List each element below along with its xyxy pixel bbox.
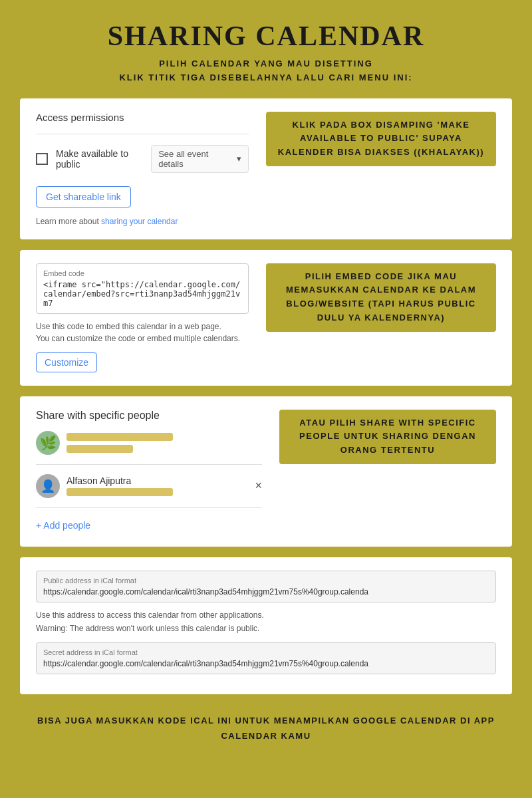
page-title: SHARING CALENDAR bbox=[108, 20, 425, 52]
embed-code-value[interactable]: <iframe src="https://calendar.google.com… bbox=[43, 280, 241, 308]
chevron-down-icon: ▾ bbox=[237, 154, 241, 164]
avatar-1: 🌿 bbox=[36, 431, 60, 455]
public-ical-url[interactable]: https://calendar.google.com/calendar/ica… bbox=[43, 587, 489, 597]
section3-annotation: ATAU PILIH SHARE WITH SPECIFIC PEOPLE UN… bbox=[279, 410, 496, 464]
embed-code-box: Embed code <iframe src="https://calendar… bbox=[36, 263, 249, 314]
person-row-2: 👤 Alfason Ajiputra × bbox=[36, 474, 262, 508]
person-role-redacted-2 bbox=[66, 488, 173, 496]
person-row-1: 🌿 bbox=[36, 431, 262, 465]
ical-warning: Warning: The address won't work unless t… bbox=[36, 624, 496, 633]
ical-section: Public address in iCal format https://ca… bbox=[20, 557, 512, 694]
section2-annotation: PILIH EMBED CODE JIKA MAU MEMASUKKAN CAL… bbox=[266, 263, 496, 332]
access-permissions-card: Access permissions Make available to pub… bbox=[20, 98, 512, 239]
share-specific-people-card: Share with specific people 🌿 👤 Alfa bbox=[20, 396, 512, 547]
event-details-dropdown[interactable]: See all event details ▾ bbox=[151, 145, 249, 173]
embed-code-label: Embed code bbox=[43, 269, 241, 277]
remove-person-button[interactable]: × bbox=[255, 479, 262, 493]
get-shareable-link-button[interactable]: Get shareable link bbox=[36, 186, 131, 207]
customize-button[interactable]: Customize bbox=[36, 352, 97, 372]
secret-ical-label: Secret address in iCal format bbox=[43, 648, 489, 656]
event-details-label: See all event details bbox=[158, 149, 233, 169]
ical-use-desc: Use this address to access this calendar… bbox=[36, 609, 496, 621]
person-name-2: Alfason Ajiputra bbox=[66, 475, 248, 486]
person-role-redacted-1 bbox=[66, 445, 133, 453]
person-name-redacted-1 bbox=[66, 433, 173, 441]
avatar-2: 👤 bbox=[36, 474, 60, 498]
share-specific-title: Share with specific people bbox=[36, 410, 262, 422]
public-ical-label: Public address in iCal format bbox=[43, 577, 489, 585]
section1-annotation: KLIK PADA BOX DISAMPING 'MAKE AVAILABLE … bbox=[266, 112, 496, 166]
bottom-annotation: BISA JUGA MASUKKAN KODE ICAL INI UNTUK M… bbox=[20, 705, 512, 752]
secret-ical-url[interactable]: https://calendar.google.com/calendar/ica… bbox=[43, 659, 489, 668]
page-subtitle: PILIH CALENDAR YANG MAU DISETTING KLIK T… bbox=[119, 57, 412, 85]
secret-ical-box: Secret address in iCal format https://ca… bbox=[36, 642, 496, 674]
embed-desc: Use this code to embed this calendar in … bbox=[36, 321, 249, 344]
person-info-1 bbox=[66, 433, 262, 453]
public-ical-box: Public address in iCal format https://ca… bbox=[36, 571, 496, 602]
make-public-label: Make available to public bbox=[56, 148, 151, 170]
embed-code-card: Embed code <iframe src="https://calendar… bbox=[20, 250, 512, 386]
make-public-checkbox[interactable] bbox=[36, 153, 48, 165]
access-permissions-title: Access permissions bbox=[36, 112, 249, 123]
add-people-button[interactable]: + Add people bbox=[36, 517, 262, 533]
sharing-calendar-link[interactable]: sharing your calendar bbox=[101, 217, 178, 226]
person-info-2: Alfason Ajiputra bbox=[66, 475, 248, 496]
learn-more-text: Learn more about sharing your calendar bbox=[36, 217, 249, 226]
